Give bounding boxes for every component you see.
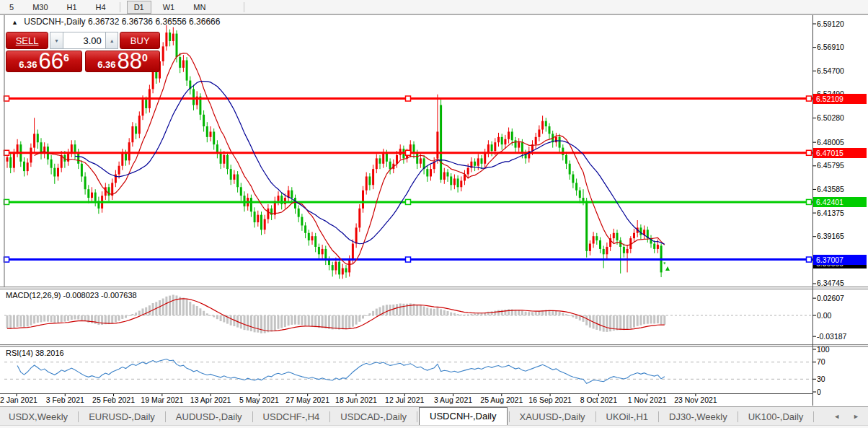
price-tick-label: 6.50280 bbox=[817, 113, 844, 123]
timeframe-button-w1[interactable]: W1 bbox=[156, 1, 182, 14]
tab-separator bbox=[165, 411, 166, 422]
macd-histogram-bar bbox=[433, 309, 435, 315]
volume-decrease-button[interactable]: ▼ bbox=[50, 32, 63, 49]
timeframe-button-5[interactable]: 5 bbox=[2, 1, 21, 14]
timeframe-button-d1[interactable]: D1 bbox=[127, 1, 151, 14]
candle-body bbox=[585, 201, 588, 250]
line-handle[interactable] bbox=[807, 96, 812, 101]
macd-histogram-bar bbox=[6, 315, 9, 328]
timeframe-button-mn[interactable]: MN bbox=[186, 1, 213, 14]
candle-body bbox=[233, 175, 235, 180]
chart-tab-usdcad-daily[interactable]: USDCAD-,Daily bbox=[332, 409, 415, 426]
candle-body bbox=[626, 249, 629, 253]
candle-body bbox=[443, 172, 446, 180]
candle-body bbox=[484, 153, 486, 164]
candle-body bbox=[549, 126, 551, 134]
candle-body bbox=[593, 236, 595, 243]
line-handle[interactable] bbox=[4, 96, 9, 101]
macd-histogram-bar bbox=[358, 315, 360, 322]
candle-body bbox=[301, 217, 303, 226]
tab-separator bbox=[78, 411, 79, 422]
macd-histogram-bar bbox=[443, 310, 446, 315]
candle-body bbox=[81, 164, 83, 177]
chart-tab-xauusd-daily[interactable]: XAUUSD-,Daily bbox=[511, 409, 594, 426]
date-label: 13 Apr 2021 bbox=[190, 396, 231, 404]
macd-histogram-bar bbox=[84, 315, 87, 321]
sell-button[interactable]: SELL bbox=[6, 32, 48, 49]
line-handle[interactable] bbox=[406, 257, 411, 262]
timeframe-button-h4[interactable]: H4 bbox=[89, 1, 113, 14]
line-handle[interactable] bbox=[807, 199, 812, 204]
chart-tab-usdcnh-daily[interactable]: USDCNH-,Daily bbox=[419, 407, 507, 426]
macd-histogram-bar bbox=[9, 315, 12, 328]
candle-body bbox=[257, 215, 259, 222]
candle-body bbox=[633, 233, 635, 238]
line-handle[interactable] bbox=[406, 96, 411, 101]
candle-body bbox=[569, 164, 571, 175]
macd-histogram-bar bbox=[575, 315, 577, 319]
ask-price-tile[interactable]: 6.36 88 0 bbox=[85, 51, 160, 72]
macd-histogram-bar bbox=[531, 312, 533, 315]
line-handle[interactable] bbox=[406, 199, 411, 204]
macd-histogram-bar bbox=[128, 315, 130, 316]
volume-input[interactable] bbox=[63, 32, 105, 49]
chart-tab-ukoil-h1[interactable]: UKOil-,H1 bbox=[598, 409, 657, 426]
buy-button[interactable]: BUY bbox=[120, 32, 160, 49]
macd-histogram-bar bbox=[535, 312, 537, 315]
line-handle[interactable] bbox=[4, 150, 9, 155]
candle-body bbox=[203, 115, 205, 126]
macd-histogram-bar bbox=[616, 315, 619, 330]
bid-price-pip: 6 bbox=[63, 52, 69, 64]
macd-histogram-bar bbox=[423, 306, 425, 315]
chart-tab-usdx-weekly[interactable]: USDX,Weekly bbox=[0, 409, 76, 426]
chart-window: ▲ USDCNH-,Daily 6.36732 6.36736 6.36556 … bbox=[0, 14, 868, 406]
macd-histogram-bar bbox=[518, 310, 520, 315]
chart-tab-eurusd-daily[interactable]: EURUSD-,Daily bbox=[80, 409, 164, 426]
volume-increase-button[interactable]: ▲ bbox=[105, 32, 119, 49]
candle-body bbox=[304, 225, 306, 232]
candle-body bbox=[13, 153, 15, 168]
collapse-panel-icon[interactable]: ▲ bbox=[12, 19, 18, 26]
bid-price-tile[interactable]: 6.36 66 6 bbox=[6, 51, 82, 72]
date-label: 23 Nov 2021 bbox=[674, 396, 717, 404]
timeframe-button-m30[interactable]: M30 bbox=[25, 1, 55, 14]
ask-price-main: 88 bbox=[118, 48, 142, 74]
chart-tab-usdchf-h4[interactable]: USDCHF-,H4 bbox=[254, 409, 329, 426]
macd-histogram-bar bbox=[606, 315, 608, 332]
line-handle[interactable] bbox=[4, 199, 9, 204]
timeframe-button-h1[interactable]: H1 bbox=[60, 1, 84, 14]
macd-histogram-bar bbox=[609, 315, 611, 331]
tab-scroll-left-icon[interactable]: ◄ bbox=[833, 413, 840, 420]
line-handle[interactable] bbox=[807, 150, 812, 155]
candle-body bbox=[416, 153, 418, 164]
candle-body bbox=[508, 131, 510, 139]
candle-body bbox=[74, 144, 76, 153]
candle-body bbox=[335, 262, 337, 271]
macd-histogram-bar bbox=[453, 313, 456, 315]
chart-tab-dj30-weekly[interactable]: DJ30-,Weekly bbox=[660, 409, 736, 426]
candle-body bbox=[616, 233, 619, 240]
candle-body bbox=[603, 249, 605, 254]
line-handle[interactable] bbox=[406, 150, 411, 155]
macd-histogram-bar bbox=[368, 313, 371, 315]
macd-histogram-bar bbox=[501, 310, 503, 315]
tab-scroll-right-icon[interactable]: ► bbox=[853, 413, 859, 420]
line-handle[interactable] bbox=[807, 257, 812, 262]
chart-tab-audusd-daily[interactable]: AUDUSD-,Daily bbox=[167, 409, 251, 426]
macd-histogram-bar bbox=[494, 311, 496, 315]
candle-body bbox=[30, 148, 32, 163]
candle-body bbox=[50, 160, 53, 168]
candle-body bbox=[460, 180, 462, 187]
candle-body bbox=[138, 115, 141, 134]
line-handle[interactable] bbox=[4, 257, 9, 262]
date-label: 12 Jan 2021 bbox=[0, 396, 37, 404]
candle-body bbox=[87, 189, 89, 198]
chart-tab-uk100-daily[interactable]: UK100-,Daily bbox=[740, 409, 812, 426]
macd-histogram-bar bbox=[149, 305, 151, 315]
macd-histogram-bar bbox=[619, 315, 621, 330]
candle-body bbox=[589, 244, 591, 251]
candle-body bbox=[358, 209, 360, 228]
macd-histogram-bar bbox=[186, 300, 188, 315]
candle-body bbox=[236, 175, 239, 188]
macd-histogram-bar bbox=[653, 315, 655, 323]
